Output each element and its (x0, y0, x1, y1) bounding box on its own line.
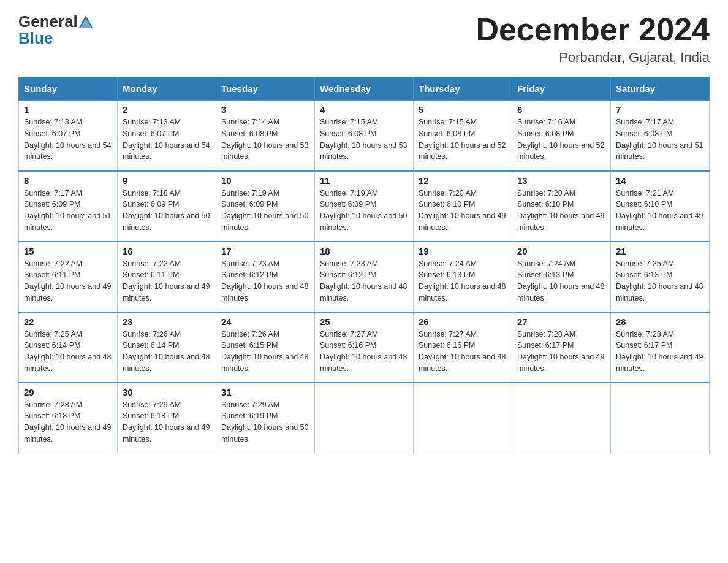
day-number: 3 (221, 104, 309, 115)
location-subtitle: Porbandar, Gujarat, India (476, 50, 710, 66)
day-info: Sunrise: 7:18 AMSunset: 6:09 PMDaylight:… (123, 188, 211, 234)
day-number: 19 (419, 246, 507, 256)
logo: General Blue (18, 12, 93, 48)
day-info: Sunrise: 7:19 AMSunset: 6:09 PMDaylight:… (221, 188, 309, 234)
column-header-saturday: Saturday (611, 77, 710, 101)
day-number: 1 (24, 104, 112, 115)
day-info: Sunrise: 7:15 AMSunset: 6:08 PMDaylight:… (320, 117, 408, 163)
calendar-cell: 6Sunrise: 7:16 AMSunset: 6:08 PMDaylight… (512, 101, 611, 171)
calendar-cell: 17Sunrise: 7:23 AMSunset: 6:12 PMDayligh… (216, 242, 315, 312)
calendar-table: SundayMondayTuesdayWednesdayThursdayFrid… (18, 77, 710, 453)
day-info: Sunrise: 7:23 AMSunset: 6:12 PMDaylight:… (221, 258, 309, 304)
calendar-cell: 13Sunrise: 7:20 AMSunset: 6:10 PMDayligh… (512, 171, 611, 242)
calendar-cell: 16Sunrise: 7:22 AMSunset: 6:11 PMDayligh… (118, 242, 216, 312)
day-number: 23 (123, 316, 211, 327)
day-number: 7 (616, 104, 704, 115)
day-number: 2 (123, 104, 211, 115)
week-row-3: 15Sunrise: 7:22 AMSunset: 6:11 PMDayligh… (19, 242, 710, 312)
day-number: 8 (24, 175, 112, 186)
calendar-cell: 29Sunrise: 7:28 AMSunset: 6:18 PMDayligh… (19, 383, 118, 453)
day-number: 30 (123, 387, 211, 397)
calendar-cell: 24Sunrise: 7:26 AMSunset: 6:15 PMDayligh… (216, 312, 315, 383)
day-info: Sunrise: 7:24 AMSunset: 6:13 PMDaylight:… (517, 258, 605, 304)
week-row-2: 8Sunrise: 7:17 AMSunset: 6:09 PMDaylight… (19, 171, 710, 242)
day-info: Sunrise: 7:17 AMSunset: 6:09 PMDaylight:… (24, 188, 112, 234)
day-number: 13 (517, 175, 605, 186)
day-info: Sunrise: 7:13 AMSunset: 6:07 PMDaylight:… (24, 117, 112, 163)
calendar-cell (414, 383, 512, 453)
day-info: Sunrise: 7:20 AMSunset: 6:10 PMDaylight:… (419, 188, 507, 234)
calendar-cell: 4Sunrise: 7:15 AMSunset: 6:08 PMDaylight… (315, 101, 414, 171)
calendar-cell: 28Sunrise: 7:28 AMSunset: 6:17 PMDayligh… (611, 312, 710, 383)
day-number: 26 (419, 316, 507, 327)
day-info: Sunrise: 7:28 AMSunset: 6:17 PMDaylight:… (616, 329, 704, 375)
day-info: Sunrise: 7:25 AMSunset: 6:13 PMDaylight:… (616, 258, 704, 304)
day-number: 9 (123, 175, 211, 186)
day-info: Sunrise: 7:24 AMSunset: 6:13 PMDaylight:… (419, 258, 507, 304)
day-number: 25 (320, 316, 408, 327)
calendar-cell (512, 383, 611, 453)
day-number: 15 (24, 246, 112, 256)
day-info: Sunrise: 7:20 AMSunset: 6:10 PMDaylight:… (517, 188, 605, 234)
calendar-cell: 8Sunrise: 7:17 AMSunset: 6:09 PMDaylight… (19, 171, 118, 242)
page-header: General Blue December 2024 Porbandar, Gu… (18, 12, 710, 66)
day-number: 20 (517, 246, 605, 256)
calendar-cell: 18Sunrise: 7:23 AMSunset: 6:12 PMDayligh… (315, 242, 414, 312)
day-number: 22 (24, 316, 112, 327)
logo-blue-text: Blue (18, 29, 53, 48)
day-info: Sunrise: 7:28 AMSunset: 6:18 PMDaylight:… (24, 399, 112, 445)
calendar-cell: 19Sunrise: 7:24 AMSunset: 6:13 PMDayligh… (414, 242, 512, 312)
day-number: 12 (419, 175, 507, 186)
day-number: 24 (221, 316, 309, 327)
calendar-cell: 2Sunrise: 7:13 AMSunset: 6:07 PMDaylight… (118, 101, 216, 171)
day-info: Sunrise: 7:22 AMSunset: 6:11 PMDaylight:… (24, 258, 112, 304)
day-info: Sunrise: 7:16 AMSunset: 6:08 PMDaylight:… (517, 117, 605, 163)
column-header-wednesday: Wednesday (315, 77, 414, 101)
day-info: Sunrise: 7:23 AMSunset: 6:12 PMDaylight:… (320, 258, 408, 304)
day-number: 14 (616, 175, 704, 186)
day-info: Sunrise: 7:29 AMSunset: 6:19 PMDaylight:… (221, 399, 309, 445)
month-year-title: December 2024 (476, 12, 710, 47)
day-info: Sunrise: 7:15 AMSunset: 6:08 PMDaylight:… (419, 117, 507, 163)
column-header-monday: Monday (118, 77, 216, 101)
calendar-cell: 20Sunrise: 7:24 AMSunset: 6:13 PMDayligh… (512, 242, 611, 312)
column-header-tuesday: Tuesday (216, 77, 315, 101)
day-info: Sunrise: 7:13 AMSunset: 6:07 PMDaylight:… (123, 117, 211, 163)
day-info: Sunrise: 7:26 AMSunset: 6:15 PMDaylight:… (221, 329, 309, 375)
calendar-cell: 15Sunrise: 7:22 AMSunset: 6:11 PMDayligh… (19, 242, 118, 312)
calendar-cell: 7Sunrise: 7:17 AMSunset: 6:08 PMDaylight… (611, 101, 710, 171)
day-number: 28 (616, 316, 704, 327)
day-number: 29 (24, 387, 112, 397)
calendar-cell: 31Sunrise: 7:29 AMSunset: 6:19 PMDayligh… (216, 383, 315, 453)
day-info: Sunrise: 7:14 AMSunset: 6:08 PMDaylight:… (221, 117, 309, 163)
logo-triangle-icon (79, 15, 93, 28)
day-number: 31 (221, 387, 309, 397)
day-number: 27 (517, 316, 605, 327)
week-row-5: 29Sunrise: 7:28 AMSunset: 6:18 PMDayligh… (19, 383, 710, 453)
day-info: Sunrise: 7:19 AMSunset: 6:09 PMDaylight:… (320, 188, 408, 234)
calendar-cell: 23Sunrise: 7:26 AMSunset: 6:14 PMDayligh… (118, 312, 216, 383)
calendar-cell: 5Sunrise: 7:15 AMSunset: 6:08 PMDaylight… (414, 101, 512, 171)
calendar-cell: 25Sunrise: 7:27 AMSunset: 6:16 PMDayligh… (315, 312, 414, 383)
week-row-4: 22Sunrise: 7:25 AMSunset: 6:14 PMDayligh… (19, 312, 710, 383)
calendar-cell: 22Sunrise: 7:25 AMSunset: 6:14 PMDayligh… (19, 312, 118, 383)
week-row-1: 1Sunrise: 7:13 AMSunset: 6:07 PMDaylight… (19, 101, 710, 171)
title-block: December 2024 Porbandar, Gujarat, India (476, 12, 710, 66)
calendar-cell: 3Sunrise: 7:14 AMSunset: 6:08 PMDaylight… (216, 101, 315, 171)
calendar-cell: 1Sunrise: 7:13 AMSunset: 6:07 PMDaylight… (19, 101, 118, 171)
calendar-cell: 30Sunrise: 7:29 AMSunset: 6:18 PMDayligh… (118, 383, 216, 453)
column-header-friday: Friday (512, 77, 611, 101)
day-info: Sunrise: 7:17 AMSunset: 6:08 PMDaylight:… (616, 117, 704, 163)
calendar-cell: 9Sunrise: 7:18 AMSunset: 6:09 PMDaylight… (118, 171, 216, 242)
column-header-sunday: Sunday (19, 77, 118, 101)
day-info: Sunrise: 7:21 AMSunset: 6:10 PMDaylight:… (616, 188, 704, 234)
day-number: 5 (419, 104, 507, 115)
day-info: Sunrise: 7:25 AMSunset: 6:14 PMDaylight:… (24, 329, 112, 375)
calendar-cell: 10Sunrise: 7:19 AMSunset: 6:09 PMDayligh… (216, 171, 315, 242)
calendar-cell: 26Sunrise: 7:27 AMSunset: 6:16 PMDayligh… (414, 312, 512, 383)
column-header-thursday: Thursday (414, 77, 512, 101)
day-info: Sunrise: 7:26 AMSunset: 6:14 PMDaylight:… (123, 329, 211, 375)
day-number: 6 (517, 104, 605, 115)
calendar-cell: 11Sunrise: 7:19 AMSunset: 6:09 PMDayligh… (315, 171, 414, 242)
day-number: 17 (221, 246, 309, 256)
